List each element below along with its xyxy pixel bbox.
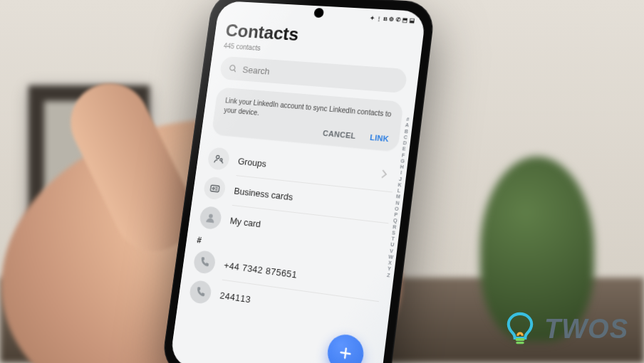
avatar-icon <box>199 206 222 231</box>
svg-point-2 <box>216 155 219 159</box>
search-input[interactable] <box>242 64 398 86</box>
contact-number: 244113 <box>219 290 251 305</box>
phone-avatar-icon <box>189 280 212 305</box>
index-letter[interactable]: Z <box>387 272 390 278</box>
svg-point-5 <box>212 187 214 189</box>
lightbulb-icon <box>502 310 539 347</box>
plus-icon <box>337 344 355 362</box>
groups-label: Groups <box>237 156 266 169</box>
business-cards-icon <box>203 176 227 200</box>
status-icons: ✦ ⋮ B ⚙ ✆ ⬒ ⬓ <box>370 15 416 23</box>
groups-icon <box>207 147 230 171</box>
chevron-right-icon <box>380 169 388 182</box>
brand-text: TWOS <box>544 314 628 344</box>
phone-avatar-icon <box>192 250 216 275</box>
index-letter[interactable]: # <box>406 117 410 123</box>
search-icon <box>228 63 238 73</box>
linkedin-sync-card: Link your LinkedIn account to sync Linke… <box>212 87 403 151</box>
svg-line-1 <box>234 70 236 72</box>
svg-point-3 <box>219 158 222 161</box>
app-content: Contacts 445 contacts Link your LinkedIn… <box>178 15 425 335</box>
svg-line-10 <box>341 352 350 354</box>
contact-number: +44 7342 875651 <box>224 260 298 280</box>
search-field[interactable] <box>219 56 408 93</box>
brand-logo: TWOS <box>502 310 628 347</box>
svg-rect-4 <box>210 185 219 191</box>
add-contact-fab[interactable] <box>326 332 365 363</box>
my-card-label: My card <box>229 215 261 229</box>
svg-point-8 <box>209 214 213 218</box>
business-cards-label: Business cards <box>234 185 294 202</box>
link-button[interactable]: LINK <box>369 133 389 143</box>
svg-rect-11 <box>516 338 525 341</box>
main-list: Groups Business cards <box>188 143 396 332</box>
cancel-button[interactable]: CANCEL <box>322 129 356 140</box>
index-letter[interactable]: I <box>400 170 402 177</box>
svg-rect-12 <box>516 342 524 344</box>
